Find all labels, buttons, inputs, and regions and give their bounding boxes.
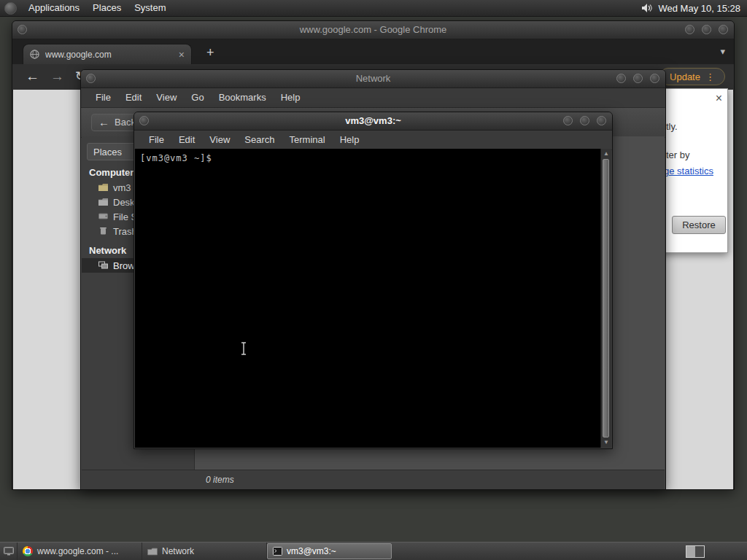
terminal-menubar: File Edit View Search Terminal Help bbox=[134, 131, 612, 150]
tab-overflow-chevron-icon[interactable]: ▾ bbox=[720, 46, 725, 57]
chrome-update-button[interactable]: Update ⋮ bbox=[659, 68, 725, 85]
bubble-text-line2: ter by bbox=[666, 149, 690, 160]
terminal-scrollbar[interactable]: ▲ ▼ bbox=[600, 149, 611, 448]
usage-statistics-link[interactable]: ge statistics bbox=[664, 166, 713, 176]
network-window-title: Network bbox=[81, 73, 665, 84]
bubble-text-line1: tly. bbox=[666, 121, 678, 132]
menu-file[interactable]: File bbox=[88, 88, 118, 107]
applications-menu[interactable]: Applications bbox=[22, 0, 86, 16]
taskbar: www.google.com - ... Network vm3@vm3:~ bbox=[0, 542, 747, 560]
chrome-window-title: www.google.com - Google Chrome bbox=[12, 24, 734, 35]
terminal-titlebar[interactable]: vm3@vm3:~ bbox=[134, 112, 612, 131]
terminal-window: vm3@vm3:~ File Edit View Search Terminal… bbox=[133, 112, 613, 449]
chrome-icon bbox=[23, 546, 33, 556]
bubble-close-icon[interactable]: × bbox=[716, 93, 722, 104]
terminal-window-controls bbox=[563, 116, 606, 125]
network-titlebar[interactable]: Network bbox=[81, 70, 665, 88]
chrome-tab[interactable]: www.google.com × bbox=[23, 44, 192, 64]
maximize-button[interactable] bbox=[702, 25, 711, 34]
back-label: Back bbox=[115, 117, 136, 128]
text-cursor-icon bbox=[240, 342, 247, 358]
system-menu[interactable]: System bbox=[128, 0, 172, 16]
menu-go[interactable]: Go bbox=[184, 88, 211, 107]
taskbar-item-chrome[interactable]: www.google.com - ... bbox=[18, 542, 142, 560]
kebab-menu-icon[interactable]: ⋮ bbox=[705, 71, 715, 82]
terminal-icon bbox=[273, 547, 282, 556]
chrome-window-controls bbox=[685, 25, 728, 34]
menu-view[interactable]: View bbox=[202, 131, 237, 149]
tab-title: www.google.com bbox=[45, 50, 179, 60]
menu-edit[interactable]: Edit bbox=[118, 88, 149, 107]
shell-prompt: [vm3@vm3 ~]$ bbox=[140, 153, 212, 163]
taskbar-item-terminal[interactable]: vm3@vm3:~ bbox=[267, 543, 392, 559]
back-icon[interactable]: ← bbox=[26, 69, 39, 85]
folder-icon bbox=[147, 548, 158, 556]
menu-terminal[interactable]: Terminal bbox=[282, 131, 333, 149]
taskbar-item-label: Network bbox=[162, 546, 194, 556]
top-panel: Applications Places System Wed May 10, 1… bbox=[0, 0, 747, 17]
places-menu[interactable]: Places bbox=[86, 0, 128, 16]
network-statusbar: 0 items bbox=[82, 470, 665, 489]
maximize-button[interactable] bbox=[580, 116, 589, 125]
volume-icon[interactable] bbox=[641, 3, 653, 13]
minimize-button[interactable] bbox=[563, 116, 573, 125]
terminal-screen[interactable]: [vm3@vm3 ~]$ ▲ ▼ bbox=[135, 149, 611, 448]
network-menubar: File Edit View Go Bookmarks Help bbox=[81, 88, 665, 108]
close-button[interactable] bbox=[719, 25, 728, 34]
globe-favicon-icon bbox=[30, 50, 39, 59]
taskbar-item-label: vm3@vm3:~ bbox=[287, 546, 336, 556]
chrome-titlebar[interactable]: www.google.com - Google Chrome bbox=[12, 21, 734, 39]
workspace-2[interactable] bbox=[695, 546, 704, 557]
update-label: Update bbox=[670, 71, 700, 82]
workspace-1[interactable] bbox=[686, 546, 695, 557]
menu-file[interactable]: File bbox=[142, 131, 171, 149]
panel-clock[interactable]: Wed May 10, 15:28 bbox=[659, 3, 741, 14]
panel-right-area: Wed May 10, 15:28 bbox=[641, 3, 747, 14]
network-browse-icon bbox=[98, 260, 108, 271]
places-combo-label: Places bbox=[93, 147, 122, 158]
close-button[interactable] bbox=[650, 74, 659, 83]
menu-help[interactable]: Help bbox=[333, 131, 367, 149]
chrome-tabstrip: www.google.com × + ▾ bbox=[12, 39, 734, 64]
maximize-button[interactable] bbox=[633, 74, 643, 83]
menu-view[interactable]: View bbox=[149, 88, 184, 107]
restore-button[interactable]: Restore bbox=[672, 216, 726, 234]
menu-search[interactable]: Search bbox=[237, 131, 282, 149]
new-tab-button[interactable]: + bbox=[206, 46, 214, 59]
forward-icon[interactable]: → bbox=[50, 69, 64, 85]
drive-icon bbox=[98, 211, 108, 222]
sidebar-item-label: vm3 bbox=[113, 182, 131, 193]
desktop-folder-icon bbox=[98, 197, 108, 208]
menu-help[interactable]: Help bbox=[274, 88, 308, 107]
distro-logo-icon[interactable] bbox=[4, 2, 17, 15]
minimize-button[interactable] bbox=[685, 25, 694, 34]
trash-icon bbox=[98, 226, 108, 237]
taskbar-item-network[interactable]: Network bbox=[142, 542, 267, 560]
tab-close-icon[interactable]: × bbox=[179, 50, 185, 60]
network-window-controls bbox=[616, 74, 659, 83]
taskbar-item-label: www.google.com - ... bbox=[37, 546, 118, 556]
scrollbar-thumb[interactable] bbox=[603, 159, 609, 438]
back-arrow-icon: ← bbox=[98, 117, 109, 128]
minimize-button[interactable] bbox=[616, 74, 626, 83]
workspace-switcher[interactable] bbox=[686, 545, 705, 558]
show-desktop-button[interactable] bbox=[0, 542, 18, 560]
scroll-up-icon[interactable]: ▲ bbox=[601, 149, 611, 158]
menu-bookmarks[interactable]: Bookmarks bbox=[212, 88, 274, 107]
menu-edit[interactable]: Edit bbox=[171, 131, 202, 149]
close-button[interactable] bbox=[597, 116, 606, 125]
home-folder-icon bbox=[98, 182, 108, 193]
scroll-down-icon[interactable]: ▼ bbox=[601, 438, 611, 447]
items-count: 0 items bbox=[206, 475, 234, 485]
terminal-window-title: vm3@vm3:~ bbox=[134, 115, 612, 126]
